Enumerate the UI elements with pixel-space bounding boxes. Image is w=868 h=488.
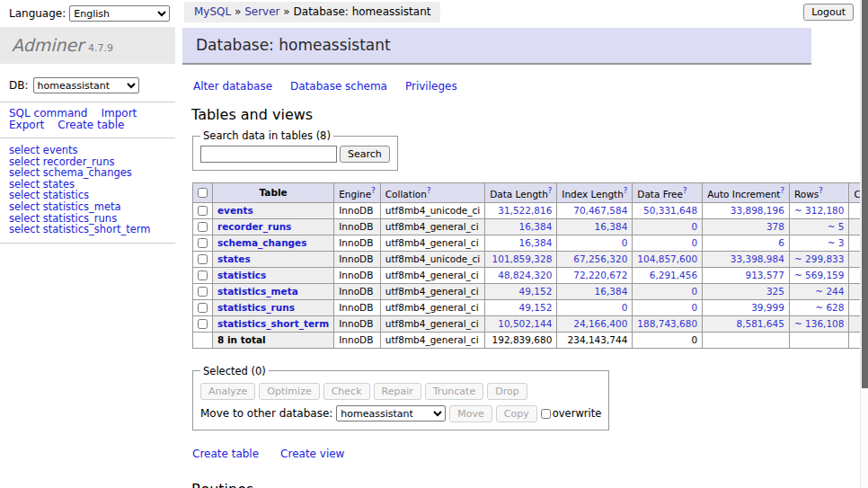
index-length-link[interactable]: 16,384 <box>595 221 628 232</box>
sidebar-select-link[interactable]: select events <box>9 145 175 156</box>
auto-increment-link[interactable]: 378 <box>766 221 784 232</box>
rows-link[interactable]: ~ 244 <box>815 286 844 297</box>
repair-button[interactable]: Repair <box>374 383 421 400</box>
table-name-link[interactable]: schema_changes <box>217 237 307 248</box>
rows-link[interactable]: ~ 569,159 <box>794 270 845 280</box>
rows-cell: ~ 569,159 <box>789 267 849 283</box>
data-free-cell: 0 <box>633 235 703 251</box>
rows-link[interactable]: ~ 136,108 <box>794 318 845 329</box>
sidebar-action-link[interactable]: SQL command <box>9 107 87 120</box>
row-checkbox[interactable] <box>198 319 208 329</box>
data-free-link[interactable]: 0 <box>691 237 697 248</box>
auto-increment-link[interactable]: 325 <box>766 286 784 297</box>
index-length-link[interactable]: 67,256,320 <box>573 253 627 264</box>
auto-increment-link[interactable]: 33,898,196 <box>731 205 784 216</box>
move-db-select[interactable]: homeassistant <box>336 405 446 421</box>
data-free-link[interactable]: 104,857,600 <box>637 253 697 264</box>
auto-increment-link[interactable]: 39,999 <box>751 302 784 313</box>
overwrite-option[interactable]: overwrite <box>541 407 602 420</box>
index-length-link[interactable]: 0 <box>622 302 628 313</box>
create-link[interactable]: Create table <box>192 448 259 460</box>
scrollbar-thumb[interactable] <box>862 0 868 388</box>
copy-button[interactable]: Copy <box>496 405 537 422</box>
auto-increment-link[interactable]: 33,398,984 <box>731 253 784 264</box>
table-name-link[interactable]: events <box>217 205 253 216</box>
drop-button[interactable]: Drop <box>487 383 527 400</box>
sidebar-select-link[interactable]: select statistics_short_term <box>9 224 175 235</box>
table-name-link[interactable]: statistics_runs <box>217 302 295 313</box>
row-checkbox[interactable] <box>198 303 208 313</box>
database-action-link[interactable]: Database schema <box>290 80 387 93</box>
hint-link[interactable]: ? <box>780 186 784 195</box>
sidebar-action-link[interactable]: Create table <box>58 119 124 131</box>
table-name-link[interactable]: statistics_short_term <box>217 318 329 329</box>
database-action-link[interactable]: Alter database <box>193 80 272 93</box>
auto-increment-link[interactable]: 913,577 <box>746 270 784 280</box>
index-length-link[interactable]: 16,384 <box>595 286 628 297</box>
data-length-link[interactable]: 10,502,144 <box>498 318 552 329</box>
overwrite-checkbox[interactable] <box>541 409 551 419</box>
hint-link[interactable]: ? <box>371 186 376 195</box>
hint-link[interactable]: ? <box>624 186 628 195</box>
data-length-link[interactable]: 49,152 <box>519 302 553 313</box>
analyze-button[interactable]: Analyze <box>200 383 255 400</box>
index-length-link[interactable]: 72,220,672 <box>573 270 627 280</box>
data-free-link[interactable]: 188,743,680 <box>637 318 697 329</box>
rows-cell: ~ 628 <box>789 299 849 315</box>
create-link[interactable]: Create view <box>280 448 344 460</box>
adminer-logo-text[interactable]: Adminer <box>12 35 84 55</box>
row-checkbox[interactable] <box>198 287 208 297</box>
table-name-link[interactable]: recorder_runs <box>217 221 291 232</box>
data-free-link[interactable]: 0 <box>691 221 697 232</box>
hint-link[interactable]: ? <box>683 186 687 195</box>
rows-link[interactable]: ~ 3 <box>828 237 845 248</box>
database-action-link[interactable]: Privileges <box>405 80 457 93</box>
data-free-link[interactable]: 0 <box>691 286 697 297</box>
hint-link[interactable]: ? <box>819 186 823 195</box>
rows-link[interactable]: ~ 299,833 <box>794 253 845 264</box>
sidebar-action-link[interactable]: Export <box>9 119 44 131</box>
row-checkbox[interactable] <box>198 238 208 248</box>
hint-link[interactable]: ? <box>427 186 431 195</box>
scrollbar-track[interactable] <box>860 0 868 488</box>
hint-link[interactable]: ? <box>548 186 553 195</box>
row-checkbox[interactable] <box>198 271 208 280</box>
index-length-link[interactable]: 70,467,584 <box>573 205 627 216</box>
data-length-link[interactable]: 48,824,320 <box>498 270 552 280</box>
sidebar-action-link[interactable]: Import <box>101 107 137 120</box>
auto-increment-link[interactable]: 6 <box>778 237 784 248</box>
check-button[interactable]: Check <box>323 383 370 400</box>
row-checkbox[interactable] <box>198 254 208 264</box>
data-free-link[interactable]: 0 <box>691 302 697 313</box>
auto-increment-link[interactable]: 8,581,645 <box>736 318 784 329</box>
rows-link[interactable]: ~ 312,180 <box>794 205 845 216</box>
data-length-link[interactable]: 49,152 <box>519 286 553 297</box>
sidebar-select-link[interactable]: select schema_changes <box>9 167 175 179</box>
truncate-button[interactable]: Truncate <box>425 383 483 400</box>
db-select[interactable]: homeassistant <box>33 77 139 93</box>
search-input[interactable] <box>200 146 337 163</box>
move-button[interactable]: Move <box>449 405 492 422</box>
data-free-link[interactable]: 50,331,648 <box>643 205 697 216</box>
index-length-link[interactable]: 0 <box>622 237 628 248</box>
search-button[interactable]: Search <box>340 146 390 163</box>
sidebar-select-link[interactable]: select statistics_meta <box>9 201 175 213</box>
table-name-link[interactable]: states <box>217 253 251 264</box>
data-length-link[interactable]: 31,522,816 <box>498 205 552 216</box>
row-checkbox[interactable] <box>198 222 208 232</box>
index-length-link[interactable]: 24,166,400 <box>573 318 627 329</box>
select-all-checkbox[interactable] <box>198 188 208 198</box>
optimize-button[interactable]: Optimize <box>259 383 319 400</box>
rows-link[interactable]: ~ 5 <box>828 221 845 232</box>
data-length-link[interactable]: 16,384 <box>519 237 553 248</box>
language-select[interactable]: English <box>69 5 170 22</box>
table-name-link[interactable]: statistics_meta <box>217 286 298 297</box>
row-checkbox[interactable] <box>198 206 208 216</box>
rows-cell: ~ 5 <box>789 218 849 235</box>
data-length-link[interactable]: 101,859,328 <box>492 253 553 264</box>
rows-link[interactable]: ~ 628 <box>815 302 844 313</box>
search-fieldset: Search data in tables (8) Search <box>192 129 398 171</box>
data-free-link[interactable]: 6,291,456 <box>650 270 697 280</box>
table-name-link[interactable]: statistics <box>217 270 266 280</box>
data-length-link[interactable]: 16,384 <box>519 221 553 232</box>
